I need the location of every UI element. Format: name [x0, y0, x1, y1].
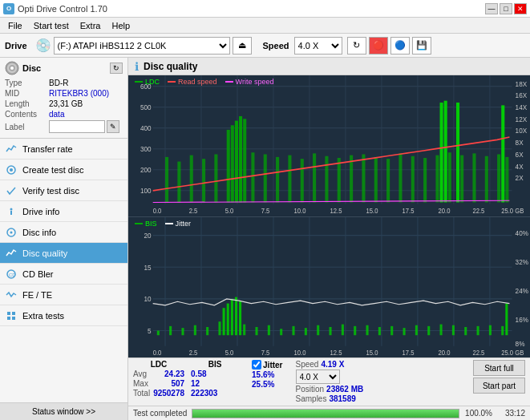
ldc-header: LDC: [133, 360, 184, 369]
sidebar-item-fe-te[interactable]: FE / TE: [0, 285, 127, 305]
window-controls: — □ ✕: [485, 3, 527, 14]
svg-rect-6: [10, 211, 12, 215]
sidebar-item-create-test-disc[interactable]: Create test disc: [0, 160, 127, 180]
jitter-max-row: 25.5%: [252, 380, 282, 389]
position-row: Position 23862 MB: [296, 385, 364, 394]
menu-start-test[interactable]: Start test: [29, 20, 74, 31]
status-text: Test completed: [133, 409, 187, 418]
status-window-button[interactable]: Status window >>: [0, 402, 127, 420]
sidebar-item-verify-test-disc[interactable]: Verify test disc: [0, 180, 127, 201]
menubar: File Start test Extra Help: [0, 18, 530, 34]
sidebar: Disc ↻ Type BD-R MID RITEKBR3 (000) Leng…: [0, 58, 128, 420]
svg-text:10: 10: [144, 294, 152, 302]
svg-rect-33: [177, 162, 180, 203]
drive-select[interactable]: (F:) ATAPI iHBS112 2 CL0K: [54, 37, 230, 55]
speed-icon3[interactable]: 🔵: [390, 37, 410, 55]
chart-top-legend: LDC Read speed Write speed: [135, 78, 273, 86]
sidebar-item-disc-info[interactable]: Disc info: [0, 222, 127, 243]
jitter-checkbox[interactable]: [252, 360, 261, 370]
speed-label: Speed: [296, 360, 319, 369]
svg-rect-118: [235, 297, 237, 335]
transfer-rate-label: Transfer rate: [22, 144, 73, 154]
start-full-button[interactable]: Start full: [473, 360, 525, 376]
menu-extra[interactable]: Extra: [75, 20, 106, 31]
svg-point-4: [10, 168, 13, 172]
jitter-header-row: Jitter: [252, 360, 282, 370]
svg-text:5.0: 5.0: [225, 349, 234, 356]
disc-contents-value[interactable]: data: [49, 110, 64, 119]
fe-te-icon: [5, 289, 18, 301]
svg-text:10.0: 10.0: [294, 349, 306, 356]
svg-text:25.0 GB: 25.0 GB: [501, 208, 524, 215]
chart-bottom: BIS Jitter: [128, 217, 530, 358]
close-button[interactable]: ✕: [514, 3, 527, 14]
speed-select[interactable]: 4.0 X: [294, 37, 342, 55]
samples-val: 381589: [329, 394, 355, 403]
disc-quality-icon: [5, 247, 18, 260]
legend-read-speed: Read speed: [168, 78, 217, 86]
legend-bis-label: BIS: [145, 220, 157, 228]
svg-rect-65: [497, 155, 500, 203]
sidebar-item-disc-quality[interactable]: Disc quality: [0, 243, 127, 264]
eject-button[interactable]: ⏏: [233, 37, 252, 55]
minimize-button[interactable]: —: [485, 3, 498, 14]
svg-text:22.5: 22.5: [472, 208, 484, 215]
svg-rect-37: [227, 130, 230, 203]
chart-top-svg: 600 500 400 300 200 100 18X 16X 14X 12X …: [128, 75, 530, 216]
svg-text:10X: 10X: [516, 127, 528, 135]
disc-label-set-button[interactable]: ✎: [107, 120, 119, 133]
bis-header: BIS: [191, 360, 239, 369]
svg-text:15: 15: [144, 263, 152, 271]
svg-text:14X: 14X: [516, 103, 528, 111]
sidebar-item-extra-tests[interactable]: Extra tests: [0, 305, 127, 326]
svg-text:20.0: 20.0: [438, 208, 450, 215]
disc-quality-label: Disc quality: [22, 248, 67, 258]
speed-row: Speed 4.19 X: [296, 360, 364, 369]
sidebar-item-transfer-rate[interactable]: Transfer rate: [0, 139, 127, 160]
total-label: Total: [133, 389, 150, 398]
svg-rect-135: [427, 325, 430, 334]
ldc-total-val: 9250278: [153, 389, 184, 398]
drive-label: Drive: [5, 41, 27, 50]
svg-rect-116: [227, 303, 229, 335]
jitter-header: Jitter: [263, 361, 282, 370]
app-icon: O: [3, 3, 14, 14]
disc-refresh-button[interactable]: ↻: [110, 63, 123, 74]
disc-mid-value: RITEKBR3 (000): [49, 89, 109, 98]
svg-text:400: 400: [140, 124, 152, 132]
sidebar-item-cd-bler[interactable]: CD CD Bler: [0, 264, 127, 285]
disc-contents-row: Contents data: [5, 110, 123, 119]
speed-select-stat[interactable]: 4.0 X: [296, 370, 340, 384]
svg-rect-142: [505, 303, 508, 335]
svg-rect-128: [342, 324, 344, 335]
disc-label-row: Label ✎: [5, 120, 123, 133]
maximize-button[interactable]: □: [500, 3, 512, 14]
svg-text:500: 500: [140, 103, 152, 111]
chart-top: LDC Read speed Write speed: [128, 75, 530, 217]
bis-total-row: 222303: [191, 389, 239, 398]
drive-icon-left: 💿: [35, 38, 51, 53]
disc-length-value: 23,31 GB: [49, 99, 83, 108]
svg-text:24%: 24%: [516, 286, 529, 294]
svg-rect-53: [386, 159, 390, 202]
svg-rect-32: [165, 157, 168, 203]
svg-rect-66: [501, 105, 504, 202]
svg-rect-15: [128, 75, 530, 216]
sidebar-item-drive-info[interactable]: Drive info: [0, 201, 127, 222]
titlebar: O Opti Drive Control 1.70 — □ ✕: [0, 0, 530, 18]
legend-jitter-dot: [165, 223, 173, 224]
disc-label-input[interactable]: [49, 120, 105, 133]
svg-rect-60: [448, 152, 451, 202]
menu-file[interactable]: File: [3, 20, 27, 31]
speed-refresh-button[interactable]: ↻: [347, 37, 366, 55]
svg-rect-34: [190, 155, 193, 203]
disc-length-row: Length 23,31 GB: [5, 99, 123, 108]
svg-rect-121: [255, 327, 257, 335]
disc-label-label: Label: [5, 123, 49, 131]
menu-help[interactable]: Help: [107, 20, 135, 31]
start-part-button[interactable]: Start part: [473, 378, 525, 394]
speed-save-button[interactable]: 💾: [412, 37, 431, 55]
svg-rect-94: [128, 217, 530, 358]
svg-rect-119: [239, 301, 241, 335]
speed-icon2[interactable]: 🔴: [369, 37, 388, 55]
